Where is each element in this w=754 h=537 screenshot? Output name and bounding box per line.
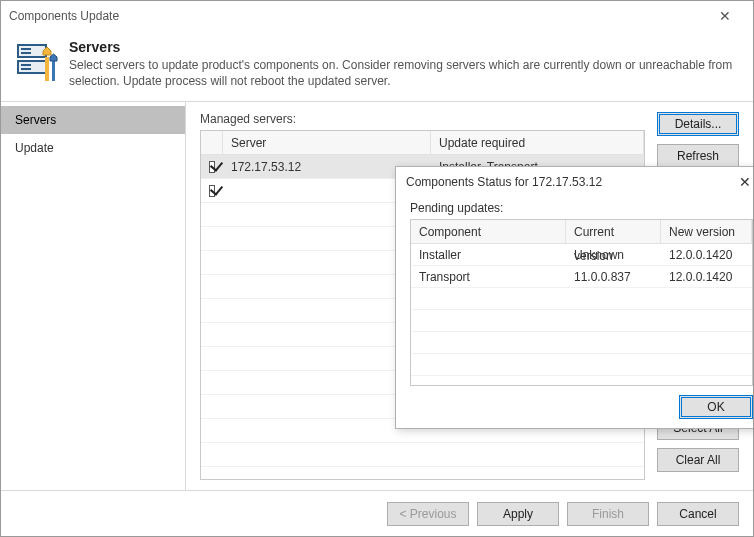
previous-button: < Previous <box>387 502 469 526</box>
server-icon <box>17 41 59 83</box>
svg-rect-1 <box>18 61 46 73</box>
cell-component: Transport <box>411 266 566 287</box>
cancel-button[interactable]: Cancel <box>657 502 739 526</box>
sidebar-item-label: Servers <box>15 113 56 127</box>
footer: < Previous Apply Finish Cancel <box>1 490 753 536</box>
empty-row <box>411 310 752 332</box>
close-icon[interactable]: ✕ <box>733 174 753 190</box>
ok-button[interactable]: OK <box>679 395 753 419</box>
row-checkbox[interactable] <box>201 185 223 197</box>
header-subtitle: Select servers to update product's compo… <box>69 57 737 89</box>
window-title: Components Update <box>9 9 705 23</box>
status-dialog: Components Status for 172.17.53.12 ✕ Pen… <box>395 166 753 429</box>
cell-component: Installer <box>411 244 566 265</box>
apply-button[interactable]: Apply <box>477 502 559 526</box>
dialog-footer: OK <box>396 386 753 428</box>
empty-row <box>201 467 644 480</box>
sidebar: Servers Update <box>1 102 186 490</box>
table-row[interactable]: Transport 11.0.0.837 12.0.0.1420 <box>411 266 752 288</box>
dialog-title: Components Status for 172.17.53.12 <box>406 175 733 189</box>
body: Servers Update Managed servers: Server U… <box>1 102 753 490</box>
finish-button: Finish <box>567 502 649 526</box>
sidebar-item-servers[interactable]: Servers <box>1 106 185 134</box>
cell-current: 11.0.0.837 <box>566 266 661 287</box>
updates-grid: Component Current version New version In… <box>410 219 753 386</box>
col-checkbox <box>201 131 223 154</box>
svg-rect-7 <box>52 61 55 81</box>
header: Servers Select servers to update product… <box>1 31 753 102</box>
checkbox-icon <box>209 161 215 173</box>
col-server[interactable]: Server <box>223 131 431 154</box>
checkbox-icon <box>209 185 215 197</box>
cell-new: 12.0.0.1420 <box>661 244 752 265</box>
pending-label: Pending updates: <box>410 201 753 215</box>
dialog-body: Pending updates: Component Current versi… <box>396 197 753 386</box>
col-current[interactable]: Current version <box>566 220 661 243</box>
grid-header: Component Current version New version <box>411 220 752 244</box>
managed-label: Managed servers: <box>200 112 645 126</box>
clear-all-button[interactable]: Clear All <box>657 448 739 472</box>
table-row[interactable]: Installer Unknown 12.0.0.1420 <box>411 244 752 266</box>
row-checkbox[interactable] <box>201 161 223 173</box>
col-new[interactable]: New version <box>661 220 752 243</box>
cell-new: 12.0.0.1420 <box>661 266 752 287</box>
svg-rect-6 <box>45 57 49 81</box>
main: Managed servers: Server Update required … <box>186 102 753 490</box>
empty-row <box>201 443 644 467</box>
window: Components Update ✕ Servers Select serve… <box>0 0 754 537</box>
header-text: Servers Select servers to update product… <box>69 39 737 89</box>
empty-row <box>411 288 752 310</box>
cell-current: Unknown <box>566 244 661 265</box>
empty-row <box>411 354 752 376</box>
svg-rect-0 <box>18 45 46 57</box>
close-icon[interactable]: ✕ <box>705 8 745 24</box>
grid-header: Server Update required <box>201 131 644 155</box>
col-update[interactable]: Update required <box>431 131 644 154</box>
empty-row <box>411 332 752 354</box>
titlebar: Components Update ✕ <box>1 1 753 31</box>
header-title: Servers <box>69 39 737 55</box>
refresh-button[interactable]: Refresh <box>657 144 739 168</box>
sidebar-item-update[interactable]: Update <box>1 134 185 162</box>
dialog-titlebar: Components Status for 172.17.53.12 ✕ <box>396 167 753 197</box>
sidebar-item-label: Update <box>15 141 54 155</box>
col-component[interactable]: Component <box>411 220 566 243</box>
details-button[interactable]: Details... <box>657 112 739 136</box>
